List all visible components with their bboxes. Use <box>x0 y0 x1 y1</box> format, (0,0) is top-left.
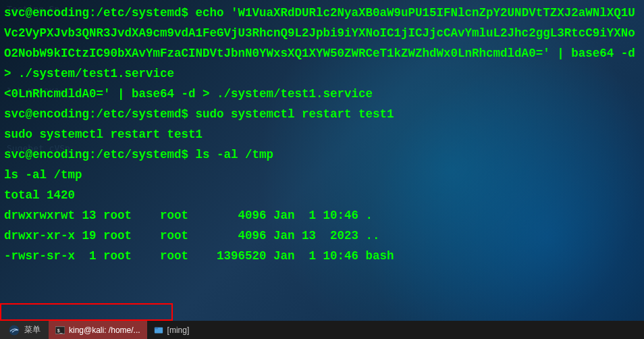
terminal-output[interactable]: svc@encoding:/etc/systemd$ echo 'W1VuaXR… <box>0 0 644 321</box>
terminal-line: sudo systemctl restart test1 <box>4 124 640 145</box>
file-manager-icon <box>154 325 163 335</box>
terminal-line: -rwsr-sr-x 1 root root 1396520 Jan 1 10:… <box>4 246 640 266</box>
terminal-icon: $_ <box>55 325 65 335</box>
terminal-line: ls -al /tmp <box>4 165 640 185</box>
terminal-line: total 1420 <box>4 185 640 205</box>
svg-text:$_: $_ <box>57 328 63 333</box>
terminal-line: svc@encoding:/etc/systemd$ sudo systemct… <box>4 104 640 124</box>
taskbar-item-terminal[interactable]: $_ king@kali: /home/... <box>49 321 147 339</box>
shell-prompt: svc@encoding:/etc/systemd$ <box>4 107 196 121</box>
shell-prompt: svc@encoding:/etc/systemd$ <box>4 6 196 20</box>
menu-label: 菜单 <box>24 324 41 336</box>
start-menu-button[interactable]: 菜单 <box>0 321 49 339</box>
command-text: ls -al /tmp <box>196 148 274 161</box>
terminal-line: <0LnRhcmdldA0=' | base64 -d > ./system/t… <box>4 84 640 104</box>
taskbar-item-label: king@kali: /home/... <box>69 325 140 335</box>
taskbar-item-file[interactable]: [ming] <box>147 321 196 339</box>
terminal-line: svc@encoding:/etc/systemd$ echo 'W1VuaXR… <box>4 3 640 84</box>
terminal-line: drwxrwxrwt 13 root root 4096 Jan 1 10:46… <box>4 205 640 226</box>
terminal-line: svc@encoding:/etc/systemd$ ls -al /tmp <box>4 145 640 165</box>
svg-rect-4 <box>154 327 157 329</box>
kali-logo-icon <box>8 324 20 336</box>
taskbar: 菜单 $_ king@kali: /home/... [ming] <box>0 321 644 339</box>
taskbar-item-label: [ming] <box>167 325 190 335</box>
terminal-line: drwxr-xr-x 19 root root 4096 Jan 13 2023… <box>4 226 640 246</box>
command-text: sudo systemctl restart test1 <box>196 107 394 121</box>
shell-prompt: svc@encoding:/etc/systemd$ <box>4 148 196 161</box>
